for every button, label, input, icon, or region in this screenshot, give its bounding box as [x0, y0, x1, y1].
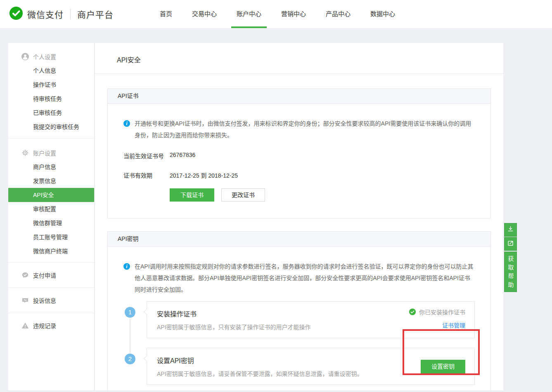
floating-toolbar: 获取帮助	[504, 223, 517, 292]
install-cert-status: 你已安装操作证书 证书管理	[409, 308, 465, 329]
certificate-number-row: 当前生效证书号 26767836	[123, 152, 475, 160]
certificate-validity-value: 2017-12-25 到 2018-12-25	[170, 171, 238, 179]
check-circle-icon	[409, 308, 416, 316]
step-card-notch	[144, 309, 149, 315]
sidebar-divider	[8, 262, 94, 263]
certificate-info-text: 开通帐号和更换API证书时，由微信支付签发，用来标识和界定你的身份；部分安全性要…	[135, 118, 475, 141]
api-key-info-note: i 在API调用时用来按照指定规则对你的请求参数进行签名，服务器收到你的请求时会…	[123, 261, 475, 295]
title-divider	[95, 74, 503, 74]
certificate-info-note: i 开通帐号和更换API证书时，由微信支付签发，用来标识和界定你的身份；部分安全…	[123, 118, 475, 141]
step-2-badge: 2	[125, 354, 135, 364]
sidebar-item-invoice-info[interactable]: 发票信息	[8, 174, 94, 188]
sidebar-divider	[8, 313, 94, 313]
change-certificate-button[interactable]: 更改证书	[221, 188, 265, 202]
sidebar-group-label: 支付申请	[33, 271, 56, 279]
sidebar-group-account: 账户设置 商户信息 发票信息 API安全 审核配置 微信群管理 员工账号管理 微…	[8, 143, 94, 258]
sidebar: 个人设置 个人信息 操作证书 待审核任务 已审核任务 我提交的审核任务 账户设置…	[8, 43, 95, 390]
sidebar-item-wechat-merchant-terminal[interactable]: 微信商户终端	[8, 244, 94, 258]
page-title: API安全	[95, 43, 503, 74]
comment-icon	[21, 297, 29, 304]
api-key-panel-title: API密钥	[108, 232, 490, 247]
sidebar-item-staff-account-mgmt[interactable]: 员工账号管理	[8, 230, 94, 244]
api-key-panel: API密钥 i 在API调用时用来按照指定规则对你的请求参数进行签名，服务器收到…	[107, 231, 491, 392]
user-icon	[21, 53, 29, 60]
brand-platform: 商户平台	[77, 8, 114, 20]
certificate-management-link[interactable]: 证书管理	[442, 321, 465, 329]
warning-triangle-icon	[21, 322, 29, 329]
nav-data-center[interactable]: 数据中心	[360, 0, 405, 28]
step-1-badge: 1	[125, 307, 135, 318]
sidebar-item-personal-info[interactable]: 个人信息	[8, 64, 94, 78]
sidebar-item-reviewed[interactable]: 已审核任务	[8, 106, 94, 120]
info-icon: i	[123, 120, 130, 127]
set-api-key-button[interactable]: 设置密钥	[421, 360, 465, 373]
api-key-info-text: 在API调用时用来按照指定规则对你的请求参数进行签名，服务器收到你的请求时会进行…	[135, 261, 475, 295]
step-connector-line	[130, 318, 130, 353]
sidebar-item-payment-application[interactable]: 支付申请	[8, 267, 94, 283]
api-certificate-panel: API证书 i 开通帐号和更换API证书时，由微信支付签发，用来标识和界定你的身…	[107, 88, 491, 219]
nav-home[interactable]: 首页	[150, 0, 182, 28]
wechat-pay-logo-icon	[9, 6, 23, 22]
edit-icon	[507, 240, 514, 248]
install-cert-status-text: 你已安装操作证书	[419, 308, 465, 316]
sidebar-item-my-submitted-review[interactable]: 我提交的审核任务	[8, 120, 94, 134]
sidebar-item-api-security[interactable]: API安全	[8, 188, 94, 202]
certificate-number-value: 26767836	[170, 152, 195, 160]
sidebar-item-review-config[interactable]: 审核配置	[8, 202, 94, 216]
api-key-panel-body: i 在API调用时用来按照指定规则对你的请求参数进行签名，服务器收到你的请求时会…	[108, 247, 490, 392]
sidebar-group-label: 个人设置	[33, 52, 56, 61]
nav-transaction-center[interactable]: 交易中心	[182, 0, 227, 28]
set-api-key-step-card: 设置API密钥 API密钥属于敏感信息，请妥善保管不要泄露，如果怀疑信息泄露，请…	[147, 348, 475, 385]
get-help-button[interactable]: 获取帮助	[504, 252, 517, 292]
certificate-validity-label: 证书有效期	[123, 171, 170, 179]
top-nav: 首页 交易中心 账户中心 营销中心 产品中心 数据中心	[150, 0, 405, 28]
brand-name: 微信支付	[27, 8, 64, 20]
brand[interactable]: 微信支付 商户平台	[0, 6, 114, 22]
download-icon	[507, 226, 514, 234]
step-card-notch	[144, 356, 149, 361]
sidebar-group-label: 投诉信息	[33, 296, 56, 304]
sidebar-item-merchant-info[interactable]: 商户信息	[8, 160, 94, 174]
nav-account-center[interactable]: 账户中心	[227, 0, 271, 28]
sidebar-item-operation-cert[interactable]: 操作证书	[8, 78, 94, 92]
info-icon: i	[123, 263, 130, 270]
install-cert-status-line: 你已安装操作证书	[409, 308, 465, 316]
top-header: 微信支付 商户平台 首页 交易中心 账户中心 营销中心 产品中心 数据中心	[0, 0, 552, 28]
brand-divider	[70, 9, 71, 19]
certificate-validity-row: 证书有效期 2017-12-25 到 2018-12-25	[123, 171, 475, 179]
sidebar-header-personal-settings: 个人设置	[8, 50, 94, 64]
api-certificate-panel-title: API证书	[108, 89, 490, 104]
gear-icon	[21, 149, 29, 157]
sidebar-item-violation-records[interactable]: 违规记录	[8, 317, 94, 334]
certificate-number-label: 当前生效证书号	[123, 152, 170, 160]
certificate-buttons-row: 下载证书 更改证书	[170, 188, 475, 202]
set-api-key-step-desc: API密钥属于敏感信息，请妥善保管不要泄露，如果怀疑信息泄露，请重设密钥。	[157, 369, 464, 378]
sidebar-item-wechat-group-mgmt[interactable]: 微信群管理	[8, 216, 94, 230]
sidebar-item-pending-review[interactable]: 待审核任务	[8, 92, 94, 106]
nav-marketing-center[interactable]: 营销中心	[271, 0, 316, 28]
download-tool-button[interactable]	[504, 223, 517, 237]
sidebar-item-complaint-info[interactable]: 投诉信息	[8, 292, 94, 309]
main-content: API安全 API证书 i 开通帐号和更换API证书时，由微信支付签发，用来标识…	[95, 43, 503, 390]
set-api-key-step-title: 设置API密钥	[157, 355, 464, 365]
chat-check-icon	[21, 271, 29, 279]
nav-product-center[interactable]: 产品中心	[316, 0, 360, 28]
download-certificate-button[interactable]: 下载证书	[170, 188, 214, 202]
sidebar-divider	[8, 138, 94, 138]
sidebar-group-personal: 个人设置 个人信息 操作证书 待审核任务 已审核任务 我提交的审核任务	[8, 43, 94, 134]
install-cert-step-card: 安装操作证书 API密钥属于敏感信息，只有安装了操作证书的用户才能操作 你已安装…	[147, 301, 475, 338]
feedback-tool-button[interactable]	[504, 237, 517, 251]
api-certificate-panel-body: i 开通帐号和更换API证书时，由微信支付签发，用来标识和界定你的身份；部分安全…	[108, 104, 490, 218]
sidebar-group-label: 账户设置	[33, 149, 56, 157]
sidebar-header-account-settings: 账户设置	[8, 146, 94, 160]
api-key-steps: 1 2 安装操作证书 API密钥属于敏感信息，只有安装了操作证书的用户才能操作	[123, 301, 475, 385]
sidebar-divider	[8, 287, 94, 288]
sidebar-group-label: 违规记录	[33, 321, 56, 330]
